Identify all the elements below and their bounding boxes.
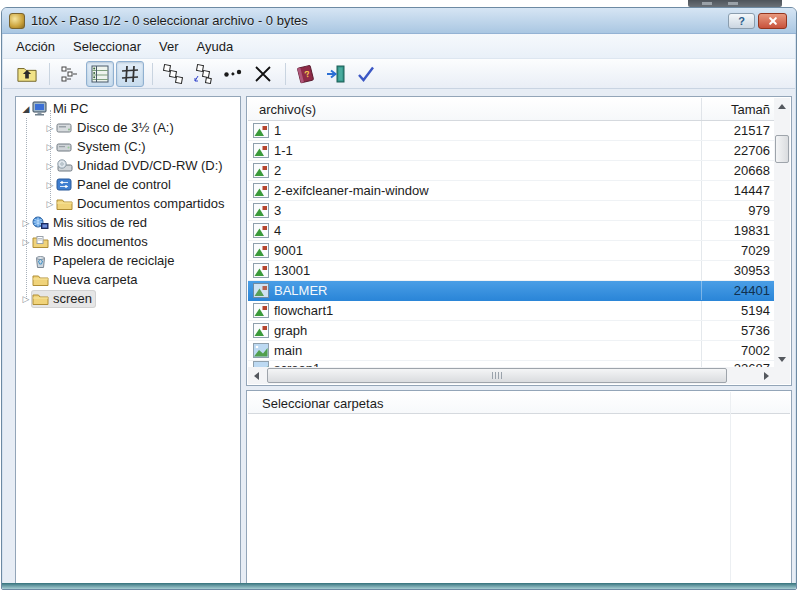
horizontal-scrollbar[interactable] xyxy=(248,367,774,384)
scroll-left-button[interactable] xyxy=(248,367,264,384)
folder-selection-panel: Seleccionar carpetas xyxy=(246,390,792,584)
file-row-selected[interactable]: BALMER 24401 xyxy=(248,281,774,301)
expander-collapsed-icon[interactable]: ▷ xyxy=(44,161,56,171)
confirm-check-icon xyxy=(355,63,377,85)
expander-collapsed-icon[interactable]: ▷ xyxy=(20,218,32,228)
select-chain-icon xyxy=(162,63,184,85)
tree-item-screen[interactable]: ▷ screen xyxy=(17,289,239,308)
file-row[interactable]: flowchart1 5194 xyxy=(248,301,774,321)
expander-collapsed-icon[interactable]: ▷ xyxy=(44,180,56,190)
file-row[interactable]: 13001 30953 xyxy=(248,261,774,281)
vertical-scroll-thumb[interactable] xyxy=(775,135,789,163)
invert-selection-button[interactable] xyxy=(189,61,217,87)
tree-item-documentos-compartidos[interactable]: ▷ Documentos compartidos xyxy=(17,194,239,213)
file-name: BALMER xyxy=(274,283,327,298)
file-row[interactable]: 1 21517 xyxy=(248,121,774,141)
tree-item-papelera[interactable]: Papelera de reciclaje xyxy=(17,251,239,270)
file-name: 1-1 xyxy=(274,143,293,158)
confirm-button[interactable] xyxy=(352,61,380,87)
file-row[interactable]: 3 979 xyxy=(248,201,774,221)
help-book-button[interactable]: ? xyxy=(292,61,320,87)
menu-ver[interactable]: Ver xyxy=(150,36,188,57)
folder-panel-header[interactable]: Seleccionar carpetas xyxy=(248,392,790,414)
tree-item-label: screen xyxy=(53,291,92,306)
details-view-button[interactable] xyxy=(86,61,114,87)
title-bar[interactable]: 1toX - Paso 1/2 - 0 seleccionar archivo … xyxy=(2,8,796,34)
computer-icon xyxy=(32,101,49,117)
tree-item-label: Mi PC xyxy=(53,101,88,116)
file-list-header: archivo(s) Tamañ xyxy=(248,98,790,121)
select-all-button[interactable] xyxy=(159,61,187,87)
toolbar-separator xyxy=(285,63,286,85)
file-row[interactable]: 2-exifcleaner-main-window 14447 xyxy=(248,181,774,201)
menu-ayuda[interactable]: Ayuda xyxy=(187,36,242,57)
network-icon xyxy=(32,215,49,231)
close-button[interactable] xyxy=(758,13,787,29)
file-name: 2 xyxy=(274,163,281,178)
folder-panel-divider xyxy=(730,392,731,582)
tree-item-panel-de-control[interactable]: ▷ Panel de control xyxy=(17,175,239,194)
grid-view-button[interactable] xyxy=(116,61,144,87)
grip-icon xyxy=(492,372,503,379)
expander-collapsed-icon[interactable]: ▷ xyxy=(20,294,32,304)
image-file-icon xyxy=(253,263,269,278)
tree-view-button[interactable] xyxy=(56,61,84,87)
file-row[interactable]: main 7002 xyxy=(248,341,774,361)
file-size: 5194 xyxy=(701,301,774,320)
file-size: 20668 xyxy=(701,161,774,180)
tree-item-mi-pc[interactable]: ◢ Mi PC xyxy=(17,99,239,118)
file-row[interactable]: 9001 7029 xyxy=(248,241,774,261)
tree-item-mis-documentos[interactable]: ▷ Mis documentos xyxy=(17,232,239,251)
tree-item-label: Mis sitios de red xyxy=(53,215,147,230)
tree-item-mis-sitios-de-red[interactable]: ▷ Mis sitios de red xyxy=(17,213,239,232)
file-name: 13001 xyxy=(274,263,310,278)
file-name: 9001 xyxy=(274,243,303,258)
floppy-drive-icon xyxy=(56,120,73,136)
file-size: 22706 xyxy=(701,141,774,160)
folder-icon xyxy=(32,272,49,288)
expander-collapsed-icon[interactable]: ▷ xyxy=(44,123,56,133)
scroll-right-button[interactable] xyxy=(758,367,774,384)
scroll-down-button[interactable] xyxy=(774,351,790,367)
clear-selection-button[interactable] xyxy=(249,61,277,87)
expander-collapsed-icon[interactable]: ▷ xyxy=(44,142,56,152)
image-file-icon xyxy=(253,163,269,178)
file-row[interactable]: graph 5736 xyxy=(248,321,774,341)
folder-up-icon xyxy=(16,64,38,84)
horizontal-scroll-track[interactable] xyxy=(264,367,758,384)
cd-drive-icon xyxy=(56,158,73,174)
scroll-up-button[interactable] xyxy=(774,98,790,114)
tree-item-unidad-d[interactable]: ▷ Unidad DVD/CD-RW (D:) xyxy=(17,156,239,175)
file-row[interactable]: 1-1 22706 xyxy=(248,141,774,161)
file-row[interactable]: 4 19831 xyxy=(248,221,774,241)
file-list-panel: archivo(s) Tamañ 1 21517 1-1 22706 2 206… xyxy=(246,96,792,386)
image-file-icon xyxy=(253,223,269,238)
expander-expanded-icon[interactable]: ◢ xyxy=(20,104,32,114)
tree-view-icon xyxy=(60,64,80,84)
vertical-scrollbar[interactable] xyxy=(774,98,790,367)
tree-item-label: Nueva carpeta xyxy=(53,272,138,287)
documents-folder-icon xyxy=(32,234,49,250)
tree-item-nueva-carpeta[interactable]: Nueva carpeta xyxy=(17,270,239,289)
column-header-archivo[interactable]: archivo(s) xyxy=(248,98,702,120)
control-panel-icon xyxy=(56,177,73,193)
select-dots-icon xyxy=(222,63,244,85)
tree-item-disco-a[interactable]: ▷ Disco de 3½ (A:) xyxy=(17,118,239,137)
tree-item-label: Panel de control xyxy=(77,177,171,192)
file-size: 24401 xyxy=(701,281,774,300)
file-name: main xyxy=(274,343,302,358)
expander-collapsed-icon[interactable]: ▷ xyxy=(44,199,56,209)
recycle-bin-icon xyxy=(32,253,49,269)
exit-button[interactable] xyxy=(322,61,350,87)
tree-item-system-c[interactable]: ▷ System (C:) xyxy=(17,137,239,156)
file-row[interactable]: 2 20668 xyxy=(248,161,774,181)
horizontal-scroll-thumb[interactable] xyxy=(267,368,727,383)
menu-seleccionar[interactable]: Seleccionar xyxy=(64,36,150,57)
folder-up-button[interactable] xyxy=(13,61,41,87)
file-size: 30953 xyxy=(701,261,774,280)
menu-accion[interactable]: Acción xyxy=(7,36,64,57)
expander-collapsed-icon[interactable]: ▷ xyxy=(20,237,32,247)
select-dots-button[interactable] xyxy=(219,61,247,87)
help-button[interactable]: ? xyxy=(728,13,755,29)
tree-item-label: Unidad DVD/CD-RW (D:) xyxy=(77,158,223,173)
